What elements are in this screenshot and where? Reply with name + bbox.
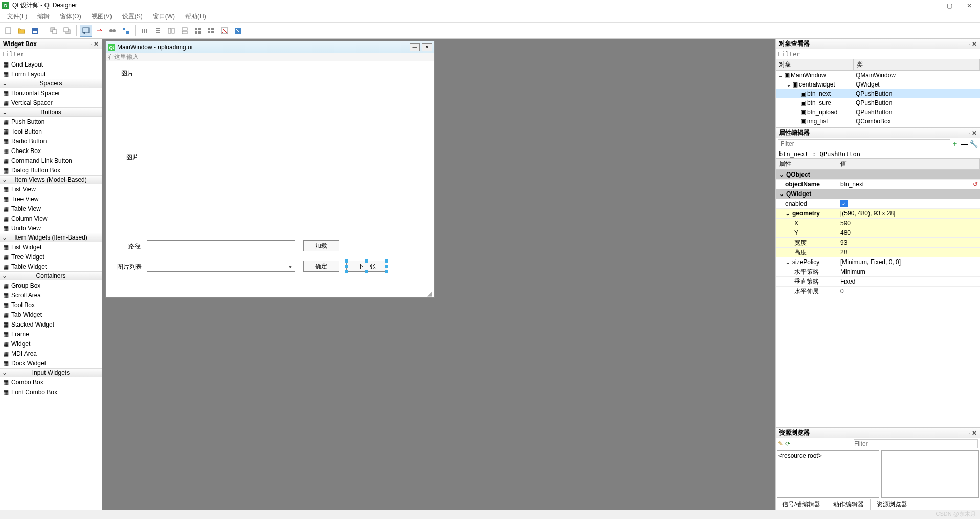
property-row[interactable]: 高度28 [776, 248, 980, 257]
property-row[interactable]: ⌄geometry[(590, 480), 93 x 28] [776, 209, 980, 219]
bottom-tab[interactable]: 信号/槽编辑器 [776, 499, 827, 510]
resource-view[interactable] [881, 450, 979, 498]
btn-load[interactable]: 加载 [303, 240, 339, 251]
object-tree-row[interactable]: ▣btn_nextQPushButton [776, 89, 980, 98]
menu-item[interactable]: 帮助(H) [180, 12, 211, 21]
adjust-size-icon[interactable] [232, 25, 244, 37]
edit-widgets-icon[interactable] [80, 25, 92, 37]
widget-item[interactable]: ▦Widget [0, 339, 102, 349]
object-tree-row[interactable]: ▣img_listQComboBox [776, 117, 980, 126]
property-row[interactable]: 垂直策略Fixed [776, 277, 980, 287]
widget-box-list[interactable]: ▦Grid Layout▦Form Layout⌄Spacers▦Horizon… [0, 59, 102, 510]
dock-close-icon[interactable]: ✕ [972, 40, 977, 48]
widget-item[interactable]: ▦Form Layout [0, 69, 102, 79]
dock-close-icon[interactable]: ✕ [972, 429, 977, 437]
widget-item[interactable]: ▦List View [0, 184, 102, 194]
widget-item[interactable]: ▦Combo Box [0, 377, 102, 387]
widget-item[interactable]: ▦Check Box [0, 146, 102, 156]
property-row[interactable]: enabled✓ [776, 199, 980, 209]
dock-float-icon[interactable]: ▫ [968, 129, 970, 137]
new-file-icon[interactable] [2, 25, 14, 37]
property-editor-tree[interactable]: ⌄QObjectobjectNamebtn_next↺⌄QWidgetenabl… [776, 170, 980, 427]
widget-category[interactable]: ⌄Item Widgets (Item-Based) [0, 233, 102, 242]
save-file-icon[interactable] [29, 25, 41, 37]
menu-item[interactable]: 窗体(O) [55, 12, 86, 21]
dock-close-icon[interactable]: ✕ [972, 129, 977, 137]
menu-item[interactable]: 设置(S) [117, 12, 148, 21]
widget-item[interactable]: ▦Tree View [0, 194, 102, 204]
close-icon[interactable]: ✕ [967, 2, 972, 9]
edit-tab-order-icon[interactable] [120, 25, 132, 37]
menu-item[interactable]: 文件(F) [2, 12, 32, 21]
layout-vertical-icon[interactable] [152, 25, 164, 37]
form-menubar-placeholder[interactable]: 在这里输入 [106, 53, 434, 61]
widget-item[interactable]: ▦Frame [0, 329, 102, 339]
widget-item[interactable]: ▦Group Box [0, 280, 102, 290]
property-editor-filter[interactable] [778, 139, 950, 148]
widget-item[interactable]: ▦Push Button [0, 117, 102, 126]
layout-horizontal-icon[interactable] [139, 25, 151, 37]
form-canvas[interactable]: 图片 图片 路径 加载 图片列表 确定 下一张 ◢ [106, 61, 434, 297]
dock-float-icon[interactable]: ▫ [968, 40, 970, 48]
property-group[interactable]: ⌄QWidget [776, 189, 980, 199]
label-path[interactable]: 路径 [128, 242, 141, 251]
subwin-close-icon[interactable]: ✕ [422, 43, 432, 51]
property-group[interactable]: ⌄QObject [776, 170, 980, 180]
layout-form-icon[interactable] [205, 25, 217, 37]
widget-item[interactable]: ▦Vertical Spacer [0, 98, 102, 107]
widget-category[interactable]: ⌄Containers [0, 271, 102, 280]
widget-item[interactable]: ▦Stacked Widget [0, 319, 102, 329]
btn-sure[interactable]: 确定 [303, 261, 339, 272]
label-image-1[interactable]: 图片 [121, 69, 133, 78]
widget-item[interactable]: ▦Tool Box [0, 300, 102, 310]
reload-icon[interactable]: ⟳ [785, 440, 790, 447]
object-tree-row[interactable]: ⌄▣MainWindowQMainWindow [776, 71, 980, 80]
widget-item[interactable]: ▦Scroll Area [0, 290, 102, 300]
widget-category[interactable]: ⌄Buttons [0, 107, 102, 117]
layout-vsplit-icon[interactable] [179, 25, 191, 37]
property-row[interactable]: X590 [776, 219, 980, 228]
widget-item[interactable]: ▦MDI Area [0, 349, 102, 358]
property-row[interactable]: 水平策略Minimum [776, 267, 980, 277]
combo-imagelist[interactable] [147, 261, 295, 272]
widget-item[interactable]: ▦Radio Button [0, 136, 102, 146]
widget-item[interactable]: ▦Font Combo Box [0, 387, 102, 397]
property-row[interactable]: 水平伸展0 [776, 287, 980, 296]
property-row[interactable]: ⌄sizePolicy[Minimum, Fixed, 0, 0] [776, 257, 980, 267]
property-row[interactable]: objectNamebtn_next↺ [776, 180, 980, 189]
send-back-icon[interactable] [48, 25, 60, 37]
property-row[interactable]: 宽度93 [776, 238, 980, 248]
subwindow-titlebar[interactable]: Qt MainWindow - uploadimg.ui — ✕ [106, 41, 434, 53]
widget-box-filter[interactable] [0, 49, 102, 59]
edit-resources-icon[interactable]: ✎ [778, 440, 783, 447]
widget-item[interactable]: ▦Dialog Button Box [0, 165, 102, 175]
edit-signals-icon[interactable] [93, 25, 105, 37]
widget-item[interactable]: ▦Table View [0, 204, 102, 213]
remove-property-icon[interactable]: — [960, 140, 969, 148]
resource-tree[interactable]: <resource root> [777, 450, 879, 498]
lineedit-path[interactable] [147, 240, 295, 251]
bring-front-icon[interactable] [61, 25, 73, 37]
property-row[interactable]: Y480 [776, 228, 980, 238]
edit-buddies-icon[interactable] [106, 25, 119, 37]
open-file-icon[interactable] [15, 25, 28, 37]
widget-item[interactable]: ▦Table Widget [0, 262, 102, 271]
dock-float-icon[interactable]: ▫ [968, 429, 970, 437]
widget-item[interactable]: ▦Dock Widget [0, 358, 102, 368]
config-icon[interactable]: 🔧 [969, 140, 978, 148]
widget-item[interactable]: ▦Undo View [0, 223, 102, 233]
widget-item[interactable]: ▦Tree Widget [0, 252, 102, 262]
object-inspector-filter[interactable] [776, 49, 980, 59]
resource-filter[interactable] [854, 439, 978, 448]
menu-item[interactable]: 窗口(W) [148, 12, 180, 21]
object-tree-row[interactable]: ▣btn_sureQPushButton [776, 98, 980, 107]
widget-item[interactable]: ▦Column View [0, 213, 102, 223]
menu-item[interactable]: 视图(V) [86, 12, 117, 21]
bottom-tab[interactable]: 资源浏览器 [871, 499, 914, 510]
label-image-2[interactable]: 图片 [126, 153, 139, 162]
btn-next[interactable]: 下一张 [346, 261, 387, 272]
label-imagelist[interactable]: 图片列表 [117, 263, 142, 271]
object-tree-row[interactable]: ⌄▣centralwidgetQWidget [776, 80, 980, 89]
layout-grid-icon[interactable] [192, 25, 204, 37]
subwin-minimize-icon[interactable]: — [410, 43, 420, 51]
